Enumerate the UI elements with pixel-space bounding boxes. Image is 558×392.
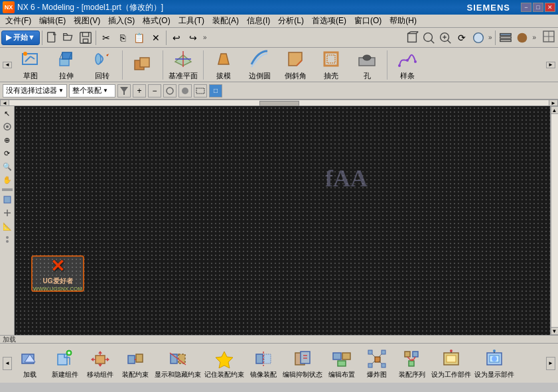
extra-btn[interactable]	[1, 233, 13, 245]
menu-assembly[interactable]: 装配(A)	[208, 15, 243, 27]
sel-all-btn[interactable]	[163, 84, 176, 98]
qiuhe-tool[interactable]	[125, 49, 160, 81]
rotate-btn[interactable]: ⟳	[1, 147, 13, 159]
paste-button[interactable]: 📋	[131, 30, 147, 46]
daojiaozu-tool[interactable]: 倒斜角	[278, 49, 313, 81]
toolbar1-layer-expand[interactable]: »	[531, 34, 537, 41]
redo-button[interactable]: ↪	[185, 30, 201, 46]
svg-rect-3	[407, 33, 416, 42]
section-btn[interactable]	[1, 207, 13, 219]
close-button[interactable]: ✕	[545, 3, 555, 12]
zhuangpeiyueshu-tool[interactable]: 装配约束	[118, 345, 153, 382]
toolbar2-scroll-right[interactable]: ►	[546, 62, 555, 68]
bianjiyizhi-tool[interactable]: 编辑抑制状态	[281, 345, 324, 382]
bottom-scroll-left[interactable]: ◄	[3, 357, 12, 370]
chouqiao-label: 抽壳	[324, 71, 338, 81]
menu-analysis[interactable]: 分析(L)	[274, 15, 308, 27]
feature-btn[interactable]	[1, 194, 13, 206]
caotu-tool[interactable]: 草图	[13, 49, 48, 81]
render-button[interactable]	[470, 30, 486, 46]
sel-rect-btn[interactable]	[194, 84, 207, 98]
cut-button[interactable]: ✂	[98, 30, 114, 46]
svg-rect-98	[409, 361, 414, 366]
start-button[interactable]: ▶ 开始▼	[1, 31, 40, 45]
viewport[interactable]: fAA ✕ UG爱好者 WWW.UGSNX.COM	[15, 106, 550, 335]
menu-view[interactable]: 视图(V)	[70, 15, 104, 27]
toolbar2-scroll-left[interactable]: ◄	[3, 62, 12, 68]
xianshiyincang-tool[interactable]: 显示和隐藏约束	[153, 345, 202, 382]
orient-btn[interactable]: ⊕	[1, 134, 13, 146]
sel-invert-btn[interactable]	[178, 84, 192, 98]
jizhuanpian-tool[interactable]: 基准平面	[166, 49, 200, 81]
baimo-tool[interactable]: 拔模	[206, 49, 241, 81]
kong-tool[interactable]: 孔	[350, 49, 384, 81]
toolbar1-expand[interactable]: »	[202, 34, 208, 41]
open-button[interactable]	[61, 30, 77, 46]
menu-tools[interactable]: 工具(T)	[174, 15, 208, 27]
shejixianshi-tool[interactable]: 设为显示部件	[473, 345, 516, 382]
menu-window[interactable]: 窗口(O)	[350, 15, 385, 27]
menu-edit[interactable]: 编辑(E)	[35, 15, 70, 27]
jizhu-icon	[214, 348, 235, 369]
sel-filter-btn[interactable]	[117, 84, 131, 98]
undo-button[interactable]: ↩	[169, 30, 184, 46]
chouqiao-tool[interactable]: 抽壳	[314, 49, 348, 81]
lashen-tool[interactable]: 拉伸	[49, 49, 84, 81]
restore-button[interactable]: □	[533, 3, 543, 12]
menu-file[interactable]: 文件(F)	[1, 15, 35, 27]
new-button[interactable]	[44, 30, 60, 46]
yidong-tool[interactable]: 移动组件	[83, 345, 117, 382]
svg-rect-70	[128, 356, 135, 363]
svg-line-93	[379, 354, 382, 357]
zoom-in-button[interactable]	[437, 30, 453, 46]
xinjian-tool[interactable]: 新建组件	[48, 345, 82, 382]
horizontal-scrollbar: ◄ ►	[0, 99, 558, 106]
bianjibuzhi-tool[interactable]: 编辑布置	[324, 345, 359, 382]
zhuangpeiliulie-tool[interactable]: 装配序列	[395, 345, 429, 382]
save-button[interactable]	[78, 30, 94, 46]
scroll-right-arrow[interactable]: ►	[549, 99, 558, 106]
yatiao-tool[interactable]: 样条	[390, 49, 425, 81]
shejigongzuobu-tool[interactable]: 设为工作部件	[430, 345, 472, 382]
delete-button[interactable]: ✕	[148, 30, 164, 46]
sel-remove-btn[interactable]: −	[148, 84, 161, 98]
menu-preferences[interactable]: 首选项(E)	[308, 15, 350, 27]
baozha-tool[interactable]: 爆炸图	[360, 345, 394, 382]
vscroll-track[interactable]	[551, 114, 559, 327]
trimetric-view-button[interactable]	[404, 30, 420, 46]
menu-insert[interactable]: 插入(S)	[104, 15, 139, 27]
select-btn[interactable]: ↖	[1, 107, 13, 119]
sep1	[122, 50, 123, 80]
pan-btn[interactable]: ✋	[1, 174, 13, 186]
assembly-dropdown[interactable]: 整个装配 ▼	[69, 84, 115, 98]
vscroll-down[interactable]: ▼	[551, 327, 559, 335]
jizhu-tool[interactable]: 记住装配约束	[203, 345, 245, 382]
measure-btn[interactable]: 📐	[1, 220, 13, 232]
svg-point-43	[167, 88, 173, 94]
sel-blue-btn[interactable]: □	[209, 84, 222, 98]
jingxiang-tool[interactable]: 镜像装配	[246, 345, 281, 382]
minimize-button[interactable]: −	[521, 3, 531, 12]
zoom-btn[interactable]: 🔍	[1, 161, 13, 172]
copy-button[interactable]: ⎘	[115, 30, 131, 46]
vscroll-up[interactable]: ▲	[551, 106, 559, 114]
scroll-thumb[interactable]	[259, 101, 299, 106]
bianceyuan-tool[interactable]: 边倒圆	[242, 49, 277, 81]
rotate-view-button[interactable]: ⟳	[454, 30, 470, 46]
scroll-track[interactable]	[9, 99, 549, 106]
menu-help[interactable]: 帮助(H)	[385, 15, 421, 27]
layer-button[interactable]	[498, 30, 514, 46]
zoom-fit-button[interactable]	[421, 30, 437, 46]
xuanzhuan-tool[interactable]: 回转	[85, 49, 119, 81]
toolbar1-right-expand[interactable]: »	[487, 34, 494, 41]
menu-format[interactable]: 格式(O)	[139, 15, 174, 27]
menu-bar: 文件(F) 编辑(E) 视图(V) 插入(S) 格式(O) 工具(T) 装配(A…	[0, 15, 558, 28]
sel-add-btn[interactable]: +	[133, 84, 146, 98]
bottom-scroll-right[interactable]: ►	[546, 357, 555, 370]
jiazai-tool[interactable]: 加载	[13, 345, 47, 382]
filter-dropdown[interactable]: 没有选择过滤器 ▼	[3, 84, 67, 98]
snap-btn[interactable]	[1, 121, 13, 133]
material-button[interactable]	[514, 30, 530, 46]
scroll-left-arrow[interactable]: ◄	[0, 99, 9, 106]
menu-info[interactable]: 信息(I)	[243, 15, 274, 27]
